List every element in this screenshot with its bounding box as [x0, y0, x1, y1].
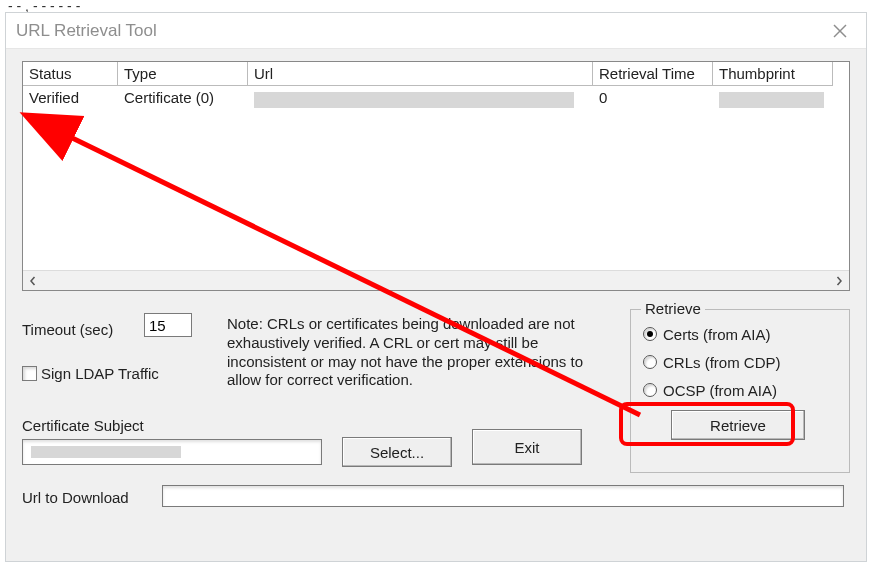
window-title: URL Retrieval Tool: [16, 21, 157, 41]
cell-type: Certificate (0): [118, 86, 248, 111]
client-area: Status Type Url Retrieval Time Thumbprin…: [6, 49, 866, 561]
sign-ldap-label: Sign LDAP Traffic: [41, 365, 159, 382]
radio-icon: [643, 355, 657, 369]
chevron-left-icon: [28, 276, 38, 286]
lower-panel: Timeout (sec) Note: CRLs or certificates…: [22, 309, 850, 509]
url-download-input[interactable]: [162, 485, 844, 507]
radio-icon: [643, 327, 657, 341]
radio-icon: [643, 383, 657, 397]
dialog-window: URL Retrieval Tool Status Type Url Retri…: [5, 12, 867, 562]
cell-thumbprint: [713, 86, 833, 111]
radio-crls-cdp[interactable]: CRLs (from CDP): [643, 348, 839, 376]
retrieve-groupbox: Retrieve Certs (from AIA) CRLs (from CDP…: [630, 309, 850, 473]
select-button-label: Select...: [370, 444, 424, 461]
col-header-type[interactable]: Type: [118, 62, 248, 86]
close-icon: [832, 23, 848, 39]
radio-ocsp-aia[interactable]: OCSP (from AIA): [643, 376, 839, 404]
horizontal-scrollbar[interactable]: [23, 270, 849, 290]
retrieve-legend: Retrieve: [641, 300, 705, 317]
retrieve-button-label: Retrieve: [710, 417, 766, 434]
retrieve-button[interactable]: Retrieve: [671, 410, 805, 440]
col-header-url[interactable]: Url: [248, 62, 593, 86]
select-button[interactable]: Select...: [342, 437, 452, 467]
exit-button[interactable]: Exit: [472, 429, 582, 465]
col-header-status[interactable]: Status: [23, 62, 118, 86]
close-button[interactable]: [822, 13, 858, 49]
results-table[interactable]: Status Type Url Retrieval Time Thumbprin…: [22, 61, 850, 291]
radio-label: CRLs (from CDP): [663, 354, 781, 371]
exit-button-label: Exit: [514, 439, 539, 456]
timeout-input[interactable]: [144, 313, 192, 337]
certificate-subject-label: Certificate Subject: [22, 417, 144, 434]
col-header-retrieval-time[interactable]: Retrieval Time: [593, 62, 713, 86]
radio-label: OCSP (from AIA): [663, 382, 777, 399]
url-download-label: Url to Download: [22, 489, 129, 506]
timeout-label: Timeout (sec): [22, 321, 113, 338]
chevron-right-icon: [834, 276, 844, 286]
titlebar: URL Retrieval Tool: [6, 13, 866, 49]
radio-certs-aia[interactable]: Certs (from AIA): [643, 320, 839, 348]
scroll-left-button[interactable]: [23, 271, 43, 291]
scroll-right-button[interactable]: [829, 271, 849, 291]
col-header-thumbprint[interactable]: Thumbprint: [713, 62, 833, 86]
sign-ldap-checkbox[interactable]: [22, 366, 37, 381]
cell-status: Verified: [23, 86, 118, 111]
cell-retrieval-time: 0: [593, 86, 713, 111]
radio-label: Certs (from AIA): [663, 326, 771, 343]
cell-url: [248, 86, 593, 111]
certificate-subject-field: [22, 439, 322, 465]
note-text: Note: CRLs or certificates being downloa…: [227, 315, 587, 390]
